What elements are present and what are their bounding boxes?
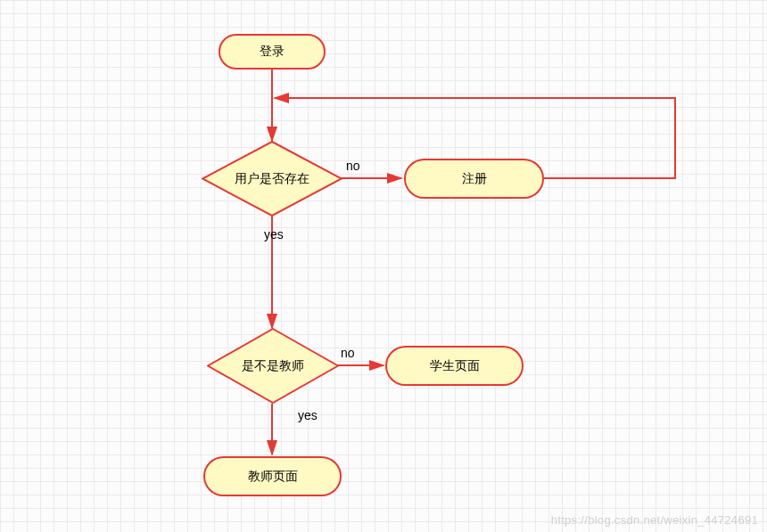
node-teacher-page: 教师页面	[203, 456, 342, 496]
node-is-teacher-label: 是不是教师	[242, 358, 304, 374]
node-user-exists: 用户是否存在	[202, 141, 342, 217]
node-login: 登录	[219, 34, 326, 70]
flowchart-connectors	[0, 0, 767, 532]
node-user-exists-label: 用户是否存在	[235, 171, 309, 187]
edge-user-exists-yes: yes	[264, 227, 284, 241]
node-student-page-label: 学生页面	[430, 358, 480, 374]
node-register-label: 注册	[462, 171, 487, 187]
edge-is-teacher-no: no	[341, 346, 355, 360]
edge-user-exists-no: no	[346, 159, 360, 173]
node-login-label: 登录	[260, 44, 285, 60]
node-register: 注册	[404, 159, 544, 199]
edge-is-teacher-yes: yes	[298, 408, 318, 422]
node-is-teacher: 是不是教师	[207, 328, 339, 404]
watermark: https://blog.csdn.net/weixin_44724691	[551, 513, 758, 527]
node-student-page: 学生页面	[385, 346, 524, 386]
node-teacher-page-label: 教师页面	[248, 469, 298, 485]
